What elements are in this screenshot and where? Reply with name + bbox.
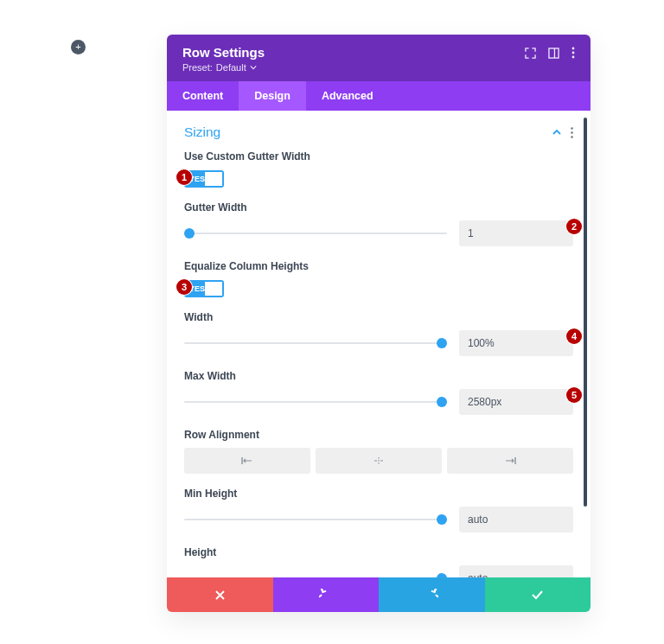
align-left-button[interactable] [184,448,310,474]
redo-button[interactable] [379,577,485,612]
slider-thumb[interactable] [437,338,447,348]
plus-icon: + [75,42,80,52]
align-right-button[interactable] [447,448,573,474]
gutter-width-slider[interactable] [184,227,447,239]
annotation-badge-4: 4 [566,328,582,344]
min-height-slider[interactable] [184,513,447,526]
header-actions [525,47,575,59]
field-max-width: Max Width 5 [184,370,573,415]
slider-thumb[interactable] [437,397,447,407]
field-height: Height [184,546,573,577]
undo-icon [319,589,332,602]
field-min-height: Min Height [184,488,573,532]
modal-header: Row Settings Preset: Default [167,35,591,81]
add-section-button[interactable]: + [71,40,86,54]
row-alignment-label: Row Alignment [184,429,573,441]
svg-point-2 [572,48,575,50]
svg-point-3 [572,52,575,54]
field-custom-gutter: Use Custom Gutter Width YES 1 [184,150,573,188]
tab-design[interactable]: Design [239,81,306,111]
width-label: Width [184,311,573,323]
settings-tabs: Content Design Advanced [167,81,591,111]
min-height-label: Min Height [184,488,573,500]
svg-point-7 [571,136,573,138]
annotation-badge-5: 5 [566,387,582,403]
expand-icon[interactable] [525,48,536,59]
annotation-badge-2: 2 [566,219,582,234]
redo-icon [425,589,438,602]
cancel-button[interactable] [167,577,273,612]
slider-thumb[interactable] [437,514,447,525]
max-width-label: Max Width [184,370,573,382]
row-settings-modal: Row Settings Preset: Default Content Des… [167,35,591,612]
svg-point-6 [571,131,573,134]
slider-thumb[interactable] [437,573,447,577]
undo-button[interactable] [273,577,380,612]
header-text: Row Settings Preset: Default [182,45,265,73]
svg-point-5 [571,127,573,130]
modal-title: Row Settings [182,45,265,60]
toggle-knob [205,172,222,186]
height-input[interactable] [459,565,573,577]
slider-track [184,401,447,403]
settings-content: Sizing Use Custom Gutter Width YES 1 Gut… [167,111,591,577]
slider-track [184,342,447,344]
field-equalize: Equalize Column Heights YES 3 [184,260,573,297]
min-height-input[interactable] [459,507,573,532]
chevron-down-icon [250,64,257,71]
save-button[interactable] [485,577,591,612]
slider-thumb[interactable] [184,228,195,239]
field-row-alignment: Row Alignment [184,429,573,474]
align-center-button[interactable] [316,448,442,474]
preset-value: Default [216,62,246,73]
tab-advanced[interactable]: Advanced [306,81,389,111]
width-input[interactable] [459,330,573,356]
preset-dropdown[interactable]: Preset: Default [182,62,265,73]
section-controls [552,127,573,138]
snap-icon[interactable] [548,48,559,59]
max-width-slider[interactable] [184,396,447,408]
section-sizing-header[interactable]: Sizing [184,124,573,140]
section-title: Sizing [184,124,220,140]
slider-track [184,233,447,234]
slider-track [184,519,447,520]
preset-label: Preset: [182,62,213,73]
gutter-width-input[interactable] [459,220,573,246]
gutter-width-label: Gutter Width [184,201,573,214]
toggle-knob [205,282,222,296]
width-slider[interactable] [184,337,447,349]
scrollbar[interactable] [584,118,587,507]
annotation-badge-1: 1 [176,169,192,185]
custom-gutter-label: Use Custom Gutter Width [184,150,573,163]
equalize-label: Equalize Column Heights [184,260,573,272]
kebab-icon[interactable] [571,47,575,59]
modal-footer [167,577,591,612]
max-width-input[interactable] [459,389,573,415]
collapse-icon[interactable] [552,127,562,137]
annotation-badge-3: 3 [176,279,192,295]
svg-rect-0 [549,48,559,57]
tab-content[interactable]: Content [167,81,239,111]
height-slider[interactable] [184,572,447,577]
field-gutter-width: Gutter Width 2 [184,201,573,246]
check-icon [531,590,544,600]
field-width: Width 4 [184,311,573,356]
svg-point-4 [572,56,575,59]
close-icon [214,590,226,601]
height-label: Height [184,546,573,558]
section-kebab-icon[interactable] [571,127,573,138]
